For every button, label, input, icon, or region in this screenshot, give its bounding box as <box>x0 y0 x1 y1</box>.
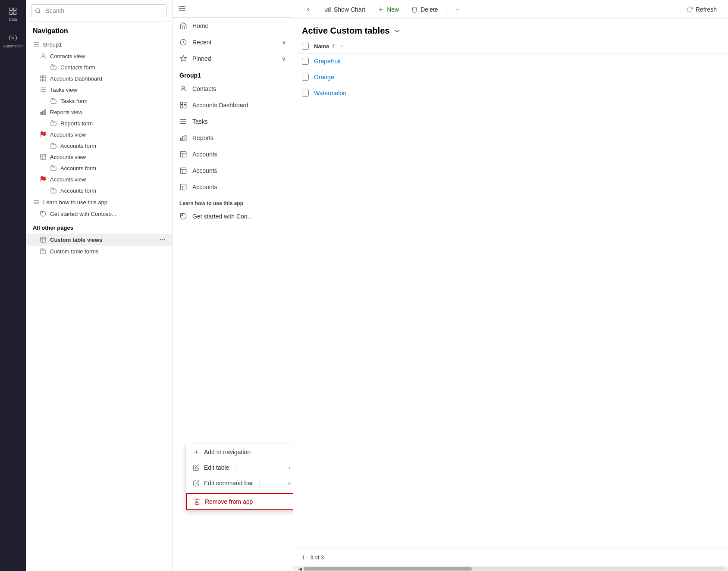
nav-item-custom-table-forms[interactable]: Custom table forms <box>26 246 172 257</box>
context-menu-label: Add to navigation <box>204 449 251 456</box>
pipe-separator: | <box>235 464 237 471</box>
nav-item-accounts-view-2[interactable]: Accounts view <box>26 151 172 162</box>
sidebar-automation-label: Automation <box>3 44 23 48</box>
nav-item-contacts-form[interactable]: Contacts form <box>26 62 172 73</box>
col-header-name[interactable]: Name <box>314 43 345 50</box>
nav-item-label: Custom table forms <box>50 248 99 255</box>
nav-item-accounts-form-2[interactable]: Accounts form <box>26 162 172 174</box>
svg-rect-2 <box>10 12 13 15</box>
svg-rect-60 <box>325 9 326 12</box>
search-input[interactable] <box>31 4 167 17</box>
nav-item-label: Custom table views <box>50 237 102 243</box>
nav-item-label: Accounts Dashboard <box>50 75 102 82</box>
menu-item-accounts-dashboard[interactable]: Accounts Dashboard <box>173 97 293 113</box>
row-checkbox[interactable] <box>302 74 309 81</box>
scroll-left-arrow[interactable]: ◄ <box>297 565 304 571</box>
nav-item-get-started[interactable]: Get started with Contoso... <box>26 208 172 219</box>
menu-item-label: Contacts <box>192 85 216 92</box>
menu-item-label: Accounts <box>192 167 217 174</box>
title-dropdown-icon[interactable] <box>393 27 402 35</box>
nav-item-reports-form[interactable]: Reports form <box>26 118 172 129</box>
svg-rect-53 <box>180 184 186 190</box>
nav-item-accounts-form-1[interactable]: Accounts form <box>26 140 172 151</box>
nav-group1-header[interactable]: Group1 <box>26 38 172 50</box>
svg-rect-18 <box>44 110 46 115</box>
back-button[interactable] <box>300 3 317 16</box>
submenu-arrow: › <box>288 480 290 487</box>
svg-point-56 <box>180 213 186 219</box>
select-all-checkbox[interactable] <box>302 43 309 50</box>
menu-item-accounts-3[interactable]: Accounts <box>173 179 293 195</box>
nav-item-accounts-view-3[interactable]: Accounts view <box>26 174 172 185</box>
horizontal-scrollbar[interactable]: ◄ <box>293 566 728 571</box>
row-link-orange[interactable]: Orange <box>314 74 334 81</box>
menu-item-reports[interactable]: Reports <box>173 130 293 146</box>
menu-item-tasks[interactable]: Tasks <box>173 113 293 130</box>
new-button[interactable]: New <box>373 3 403 16</box>
sidebar-data-label: Data <box>9 17 17 22</box>
context-menu-edit-table[interactable]: Edit table | › <box>186 460 293 475</box>
row-link-grapefruit[interactable]: Grapefruit <box>314 58 341 65</box>
row-link-watermelon[interactable]: Watermelon <box>314 90 346 97</box>
nav-item-accounts-view-1[interactable]: Accounts view <box>26 129 172 140</box>
nav-item-label: Tasks view <box>50 87 77 93</box>
menu-item-home[interactable]: Home <box>173 18 293 34</box>
menu-item-accounts-2[interactable]: Accounts <box>173 162 293 179</box>
pipe-separator: | <box>259 480 261 487</box>
nav-item-tasks-view[interactable]: Tasks view <box>26 84 172 95</box>
menu-item-label: Recent <box>192 39 211 46</box>
context-menu: Add to navigation Edit table | › Edit co… <box>185 444 293 511</box>
nav-item-label: Accounts form <box>60 143 96 149</box>
nav-item-contacts-view[interactable]: Contacts view <box>26 50 172 62</box>
sidebar-item-automation[interactable]: Automation <box>0 31 25 51</box>
main-content: Show Chart New Delete Refresh Active Cus… <box>293 0 728 571</box>
menu-item-recent[interactable]: Recent ∨ <box>173 34 293 50</box>
nav-item-dots[interactable]: ··· <box>160 236 165 243</box>
menu-item-label: Pinned <box>192 55 211 62</box>
svg-rect-29 <box>41 237 46 242</box>
toolbar-dropdown-button[interactable] <box>450 3 465 16</box>
svg-rect-9 <box>41 76 43 78</box>
page-title: Active Custom tables <box>302 26 389 36</box>
context-menu-edit-command-bar[interactable]: Edit command bar | › <box>186 475 293 491</box>
svg-rect-17 <box>43 111 44 114</box>
refresh-label: Refresh <box>696 6 717 13</box>
context-menu-label: Edit command bar <box>204 480 253 487</box>
menu-item-contacts[interactable]: Contacts <box>173 81 293 97</box>
refresh-button[interactable]: Refresh <box>682 3 721 16</box>
nav-item-tasks-form[interactable]: Tasks form <box>26 95 172 106</box>
svg-rect-38 <box>184 102 186 104</box>
context-menu-remove-from-app[interactable]: Remove from app <box>186 493 293 510</box>
recent-expand-arrow: ∨ <box>282 39 286 46</box>
nav-item-accounts-form-3[interactable]: Accounts form <box>26 185 172 196</box>
context-menu-add-to-nav[interactable]: Add to navigation <box>186 444 293 460</box>
pinned-expand-arrow: ∨ <box>282 55 286 62</box>
menu-item-accounts-1[interactable]: Accounts <box>173 146 293 162</box>
menu-item-get-started[interactable]: Get started with Con... <box>173 208 293 225</box>
row-checkbox[interactable] <box>302 90 309 97</box>
show-chart-button[interactable]: Show Chart <box>320 3 370 16</box>
nav-item-label: Reports view <box>50 109 82 115</box>
scrollbar-thumb[interactable] <box>304 567 472 571</box>
hamburger-icon[interactable] <box>178 4 186 13</box>
nav-learn-header[interactable]: Learn how to use this app <box>26 196 172 208</box>
nav-item-custom-table-views[interactable]: Custom table views ··· <box>26 234 172 246</box>
svg-rect-50 <box>180 168 186 174</box>
nav-search-bar <box>26 0 172 22</box>
svg-rect-44 <box>180 138 182 140</box>
toolbar-separator <box>446 4 446 15</box>
nav-item-reports-view[interactable]: Reports view <box>26 106 172 118</box>
menu-item-label: Home <box>192 22 208 29</box>
scrollbar-track[interactable] <box>304 567 725 571</box>
table-row: Watermelon <box>293 85 728 101</box>
delete-button[interactable]: Delete <box>407 3 442 16</box>
nav-item-label: Accounts view <box>50 176 86 183</box>
svg-rect-39 <box>180 106 182 108</box>
nav-item-accounts-dashboard[interactable]: Accounts Dashboard <box>26 73 172 84</box>
row-checkbox[interactable] <box>302 58 309 65</box>
menu-item-pinned[interactable]: Pinned ∨ <box>173 50 293 67</box>
sidebar-item-data[interactable]: Data <box>6 4 20 24</box>
show-chart-label: Show Chart <box>334 6 365 13</box>
menu-group1-label: Group1 <box>173 67 293 81</box>
svg-rect-37 <box>180 102 182 104</box>
